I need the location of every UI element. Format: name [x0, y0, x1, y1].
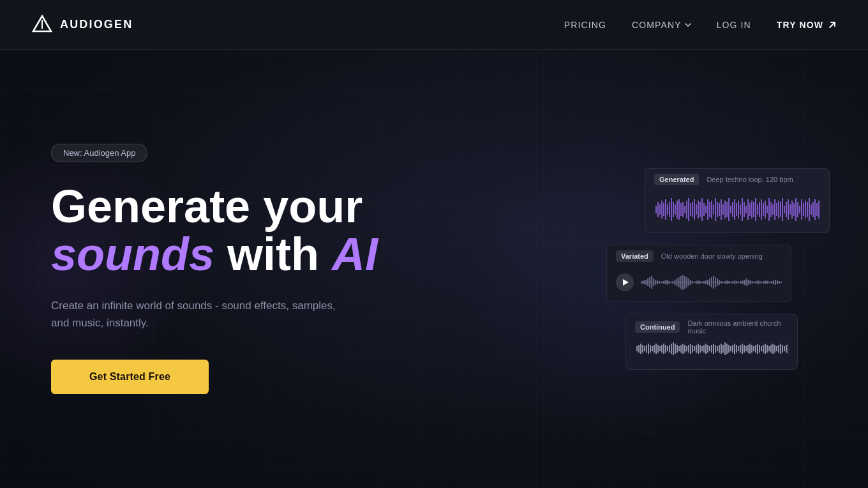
svg-rect-9	[669, 202, 670, 217]
svg-rect-232	[770, 345, 772, 353]
svg-rect-223	[753, 346, 754, 351]
external-link-icon	[827, 20, 837, 30]
svg-rect-209	[726, 344, 728, 354]
svg-rect-185	[680, 345, 682, 353]
svg-rect-224	[755, 345, 756, 353]
svg-rect-36	[721, 199, 722, 220]
svg-rect-175	[661, 345, 662, 353]
svg-rect-13	[677, 201, 678, 218]
svg-rect-194	[698, 344, 699, 354]
wave-body-generated	[645, 189, 829, 233]
svg-rect-164	[640, 344, 641, 354]
svg-rect-181	[673, 342, 674, 355]
svg-rect-177	[665, 345, 666, 353]
wave-label-generated: Deep techno loop, 120 bpm	[707, 176, 793, 183]
hero-title-part1: Generate your	[51, 181, 363, 232]
svg-rect-33	[715, 198, 716, 221]
svg-rect-6	[663, 203, 664, 216]
svg-rect-41	[730, 206, 731, 213]
logo[interactable]: AUDIOGEN	[31, 13, 133, 36]
svg-rect-40	[728, 198, 730, 221]
svg-rect-27	[703, 203, 705, 216]
svg-rect-28	[705, 206, 707, 213]
svg-rect-200	[709, 346, 710, 351]
svg-rect-240	[786, 345, 787, 353]
svg-rect-184	[678, 346, 680, 351]
svg-rect-236	[778, 345, 779, 353]
hero-title: Generate your sounds with AI	[51, 183, 434, 279]
chevron-down-icon	[685, 23, 691, 27]
svg-rect-188	[686, 346, 687, 351]
svg-rect-65	[776, 203, 777, 216]
svg-rect-4	[659, 204, 661, 215]
svg-rect-5	[661, 201, 662, 218]
svg-rect-198	[705, 344, 707, 354]
svg-rect-186	[682, 344, 684, 354]
wave-card-variated-header: Variated Old wooden door slowly opening	[607, 245, 791, 266]
svg-rect-219	[745, 346, 747, 351]
hero-section: New: Audiogen App Generate your sounds w…	[0, 50, 868, 488]
svg-rect-228	[763, 345, 764, 353]
svg-rect-23	[696, 204, 697, 215]
svg-rect-7	[665, 199, 666, 220]
svg-rect-66	[778, 201, 779, 218]
svg-rect-75	[795, 198, 797, 221]
svg-rect-16	[682, 202, 684, 217]
svg-rect-44	[736, 203, 737, 216]
audiogen-logo-icon	[31, 13, 54, 36]
svg-rect-237	[780, 344, 781, 354]
waveform-generated	[654, 195, 820, 224]
svg-rect-231	[768, 346, 770, 351]
nav-company[interactable]: COMPANY	[632, 20, 691, 30]
wave-label-continued: Dark omnious ambient church music	[687, 319, 788, 335]
svg-rect-21	[692, 202, 693, 217]
svg-rect-10	[671, 198, 672, 221]
navbar: AUDIOGEN PRICING COMPANY LOG IN TRY NOW	[0, 0, 868, 50]
new-badge: New: Audiogen App	[51, 144, 147, 162]
wave-play-row	[607, 266, 791, 301]
svg-rect-52	[751, 201, 752, 218]
svg-rect-68	[782, 198, 783, 221]
svg-rect-169	[650, 345, 651, 353]
svg-rect-208	[724, 342, 726, 355]
svg-rect-34	[717, 202, 718, 217]
svg-rect-195	[700, 345, 701, 353]
svg-rect-45	[738, 201, 739, 218]
svg-rect-189	[688, 345, 689, 353]
svg-rect-202	[713, 344, 714, 354]
wave-label-variated: Old wooden door slowly opening	[661, 252, 763, 260]
svg-rect-32	[713, 204, 714, 215]
waveform-continued	[635, 339, 788, 359]
svg-rect-192	[694, 346, 695, 351]
svg-rect-60	[767, 206, 768, 213]
svg-rect-63	[772, 204, 774, 215]
nav-pricing[interactable]: PRICING	[564, 20, 606, 30]
svg-rect-59	[765, 201, 766, 218]
play-button[interactable]	[616, 273, 634, 291]
hero-title-ai: AI	[332, 229, 378, 280]
nav-login[interactable]: LOG IN	[717, 20, 751, 30]
svg-rect-205	[719, 345, 720, 353]
cta-button[interactable]: Get Started Free	[51, 360, 209, 394]
svg-rect-48	[744, 202, 745, 217]
nav-try-now[interactable]: TRY NOW	[777, 20, 837, 30]
svg-rect-180	[671, 344, 672, 354]
svg-rect-37	[722, 204, 724, 215]
svg-rect-31	[711, 201, 712, 218]
svg-rect-190	[690, 344, 691, 354]
svg-rect-19	[688, 198, 689, 221]
svg-rect-207	[722, 345, 724, 353]
wave-badge-continued: Continued	[635, 321, 680, 333]
svg-rect-47	[742, 198, 743, 221]
svg-rect-201	[711, 345, 712, 353]
svg-rect-163	[638, 345, 640, 353]
svg-rect-171	[654, 345, 655, 353]
svg-rect-15	[680, 203, 682, 216]
svg-rect-168	[648, 344, 649, 354]
wave-body-continued	[626, 339, 797, 369]
svg-rect-78	[801, 199, 802, 220]
svg-rect-38	[724, 201, 726, 218]
svg-rect-187	[684, 345, 685, 353]
svg-rect-213	[734, 344, 735, 354]
svg-rect-2	[655, 206, 657, 213]
